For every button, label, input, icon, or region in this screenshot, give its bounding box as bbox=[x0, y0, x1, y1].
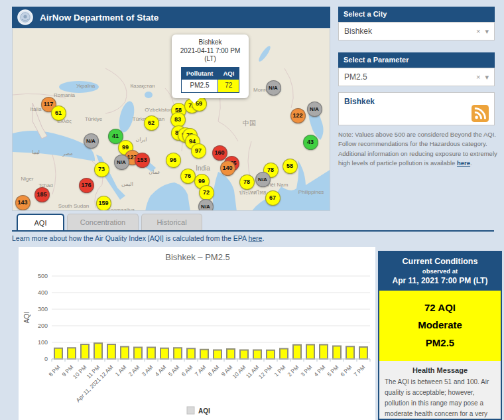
y-tick-label: 0 bbox=[44, 356, 48, 362]
aqi-marker[interactable]: N/A bbox=[255, 172, 271, 187]
parameter-caret-icon[interactable]: ▾ bbox=[485, 68, 489, 86]
x-tick-label: 6 AM bbox=[180, 364, 194, 378]
aqi-marker[interactable]: N/A bbox=[266, 80, 281, 96]
tab-aqi-label: AQI bbox=[34, 219, 47, 227]
app-title: AirNow Department of State bbox=[40, 13, 158, 23]
popup-table: Pollutant AQI PM2.5 72 bbox=[181, 67, 240, 93]
parameter-clear-icon[interactable]: × bbox=[476, 68, 480, 86]
bar[interactable] bbox=[134, 348, 142, 360]
y-tick-label: 200 bbox=[38, 322, 48, 329]
bar[interactable] bbox=[187, 348, 195, 359]
app-header: AirNow Department of State bbox=[12, 7, 330, 28]
city-caret-icon[interactable]: ▾ bbox=[485, 23, 489, 40]
bar[interactable] bbox=[160, 348, 168, 359]
chart-title: Bishkek – PM2.5 bbox=[165, 252, 230, 262]
aqi-marker[interactable]: 43 bbox=[303, 135, 318, 150]
x-tick-label: 3 AM bbox=[141, 364, 155, 378]
aqi-marker[interactable]: 176 bbox=[79, 178, 94, 193]
popup-aqi-value: 72 bbox=[218, 80, 239, 93]
x-tick-label: 2 AM bbox=[127, 364, 141, 378]
parameter-select-value: PM2.5 bbox=[344, 72, 367, 82]
bar[interactable] bbox=[346, 346, 354, 359]
aqi-marker[interactable]: 76 bbox=[180, 169, 196, 184]
bar[interactable] bbox=[200, 350, 208, 359]
aqi-marker[interactable]: 122 bbox=[290, 108, 306, 123]
aqi-marker[interactable]: 159 bbox=[96, 196, 111, 211]
parameter-select[interactable]: PM2.5 × ▾ bbox=[338, 68, 495, 86]
bar[interactable] bbox=[306, 345, 314, 360]
aqi-marker[interactable]: N/A bbox=[84, 133, 99, 149]
bar[interactable] bbox=[107, 344, 115, 359]
aqi-bar-chart: Bishkek – PM2.50100200300400500AQI8 PM9 … bbox=[20, 248, 375, 419]
aqi-marker[interactable]: N/A bbox=[114, 155, 129, 170]
tab-concentration-label: Concentration bbox=[80, 218, 126, 226]
aqi-marker[interactable]: 58 bbox=[283, 159, 298, 174]
popup-pollutant-value: PM2.5 bbox=[181, 80, 218, 93]
learn-more-link[interactable]: here bbox=[248, 234, 262, 242]
dept-of-state-seal-icon bbox=[17, 9, 33, 25]
rss-feed-icon[interactable] bbox=[472, 105, 489, 125]
learn-more-text: Learn more about how the Air Quality Ind… bbox=[12, 234, 344, 242]
aqi-parameter: PM2.5 bbox=[379, 334, 501, 352]
popup-datetime: 2021-04-11 7:00 PM bbox=[175, 47, 245, 56]
bar[interactable] bbox=[121, 347, 129, 360]
legend-swatch bbox=[187, 407, 194, 414]
bar[interactable] bbox=[147, 348, 155, 360]
aqi-marker[interactable]: 97 bbox=[191, 143, 206, 159]
city-clear-icon[interactable]: × bbox=[476, 23, 480, 40]
bar[interactable] bbox=[253, 350, 261, 360]
y-axis-label: AQI bbox=[23, 312, 31, 323]
aqi-value: 72 AQI bbox=[379, 299, 501, 316]
x-tick-label: 8 AM bbox=[207, 364, 221, 378]
note-link[interactable]: here bbox=[457, 159, 470, 167]
tab-historical-label: Historical bbox=[157, 218, 186, 226]
bar[interactable] bbox=[81, 344, 89, 359]
x-tick-label: 5 AM bbox=[167, 364, 181, 378]
bar[interactable] bbox=[280, 349, 288, 360]
bar[interactable] bbox=[54, 348, 62, 359]
bar[interactable] bbox=[68, 348, 76, 359]
aqi-map[interactable]: УкраїнаКазақстанRomaniaItaliaTürkiyeΕλλά… bbox=[12, 28, 330, 211]
bar[interactable] bbox=[267, 350, 275, 359]
aqi-marker[interactable]: 72 bbox=[199, 185, 214, 200]
city-select[interactable]: Bishkek × ▾ bbox=[338, 22, 495, 40]
bar[interactable] bbox=[320, 345, 328, 360]
airnow-page: AirNow Department of State bbox=[0, 0, 504, 420]
tab-historical[interactable]: Historical bbox=[141, 214, 202, 230]
x-tick-label: 7 PM bbox=[352, 364, 366, 378]
current-conditions-panel: Current Conditions observed at Apr 11, 2… bbox=[378, 251, 502, 420]
bar[interactable] bbox=[359, 347, 367, 359]
aqi-marker[interactable]: 140 bbox=[220, 161, 235, 176]
bar[interactable] bbox=[227, 349, 235, 359]
legend-label: AQI bbox=[198, 407, 210, 415]
tab-aqi[interactable]: AQI bbox=[17, 214, 64, 230]
map-popup: Bishkek 2021-04-11 7:00 PM (LT) Pollutan… bbox=[172, 35, 249, 98]
observed-at-datetime: Apr 11, 2021 7:00 PM (LT) bbox=[382, 276, 498, 285]
aqi-marker[interactable]: N/A bbox=[307, 102, 322, 117]
aqi-marker[interactable]: 61 bbox=[51, 105, 66, 121]
aqi-marker[interactable]: 160 bbox=[212, 145, 227, 161]
bar[interactable] bbox=[174, 348, 182, 359]
aqi-marker[interactable]: 67 bbox=[265, 190, 281, 206]
current-conditions-title: Current Conditions bbox=[382, 257, 498, 266]
bar[interactable] bbox=[214, 350, 221, 360]
aqi-marker[interactable]: 73 bbox=[94, 162, 109, 177]
bar[interactable] bbox=[333, 346, 341, 360]
aqi-marker[interactable]: 96 bbox=[166, 153, 181, 168]
tab-concentration[interactable]: Concentration bbox=[67, 214, 139, 230]
aqi-marker[interactable]: 153 bbox=[135, 153, 150, 168]
select-parameter-header: Select a Parameter bbox=[338, 52, 495, 68]
aqi-marker[interactable]: 143 bbox=[15, 195, 31, 210]
popup-timezone: (LT) bbox=[175, 55, 245, 64]
aqi-marker[interactable]: 185 bbox=[34, 187, 50, 202]
bar[interactable] bbox=[293, 345, 301, 359]
bar[interactable] bbox=[94, 343, 102, 359]
aqi-marker[interactable]: N/A bbox=[198, 199, 214, 212]
aqi-marker[interactable]: 78 bbox=[239, 175, 255, 190]
x-tick-label: 10 AM bbox=[231, 364, 247, 380]
health-message-header: Health Message bbox=[379, 361, 501, 377]
bar[interactable] bbox=[240, 350, 248, 360]
x-tick-label: 1 PM bbox=[273, 364, 286, 378]
aqi-status-box: 72 AQI Moderate PM2.5 bbox=[379, 291, 501, 361]
aqi-marker[interactable]: 62 bbox=[144, 115, 159, 131]
